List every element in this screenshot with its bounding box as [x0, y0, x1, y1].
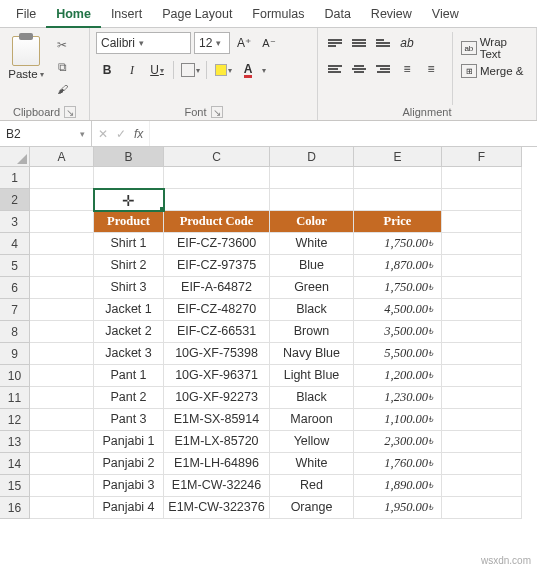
cell[interactable]	[442, 409, 522, 431]
row-13[interactable]: 13	[0, 431, 30, 453]
tab-insert[interactable]: Insert	[101, 0, 152, 28]
cell[interactable]	[354, 167, 442, 189]
align-left-button[interactable]	[324, 58, 346, 80]
wrap-text-button[interactable]: abWrap Text	[461, 36, 530, 60]
cell[interactable]: 1,750.00৳	[354, 233, 442, 255]
tab-home[interactable]: Home	[46, 0, 101, 28]
format-painter-button[interactable]	[52, 80, 72, 98]
cell[interactable]: Panjabi 2	[94, 453, 164, 475]
cell[interactable]	[442, 189, 522, 211]
font-name-combo[interactable]: Calibri▾	[96, 32, 191, 54]
bold-button[interactable]: B	[96, 59, 118, 81]
cell[interactable]: Panjabi 4	[94, 497, 164, 519]
dialog-launcher-icon[interactable]: ↘	[211, 106, 223, 118]
cell[interactable]: Black	[270, 387, 354, 409]
cell[interactable]	[270, 189, 354, 211]
cell[interactable]: Jacket 3	[94, 343, 164, 365]
cell[interactable]	[30, 277, 94, 299]
cell[interactable]	[30, 343, 94, 365]
col-E[interactable]: E	[354, 147, 442, 167]
row-8[interactable]: 8	[0, 321, 30, 343]
row-11[interactable]: 11	[0, 387, 30, 409]
cell[interactable]: E1M-SX-85914	[164, 409, 270, 431]
cell[interactable]: EIF-CZ-66531	[164, 321, 270, 343]
cell[interactable]	[30, 387, 94, 409]
cell[interactable]	[30, 431, 94, 453]
col-B[interactable]: B	[94, 147, 164, 167]
cell[interactable]: 1,230.00৳	[354, 387, 442, 409]
row-14[interactable]: 14	[0, 453, 30, 475]
row-6[interactable]: 6	[0, 277, 30, 299]
cell[interactable]: Product	[94, 211, 164, 233]
cell[interactable]: Price	[354, 211, 442, 233]
cell[interactable]: Yellow	[270, 431, 354, 453]
col-A[interactable]: A	[30, 147, 94, 167]
tab-file[interactable]: File	[6, 0, 46, 28]
cell[interactable]	[30, 453, 94, 475]
cell[interactable]	[30, 211, 94, 233]
cell[interactable]	[30, 255, 94, 277]
cell[interactable]: Blue	[270, 255, 354, 277]
align-center-button[interactable]	[348, 58, 370, 80]
cell[interactable]: Jacket 2	[94, 321, 164, 343]
cell[interactable]	[30, 189, 94, 211]
cell[interactable]: Jacket 1	[94, 299, 164, 321]
cell[interactable]	[442, 255, 522, 277]
cell[interactable]: Maroon	[270, 409, 354, 431]
select-all-button[interactable]	[0, 147, 30, 167]
cell[interactable]: Shirt 1	[94, 233, 164, 255]
increase-font-button[interactable]	[233, 32, 255, 54]
align-middle-button[interactable]	[348, 32, 370, 54]
cell[interactable]	[442, 365, 522, 387]
cell[interactable]	[442, 167, 522, 189]
increase-indent-button[interactable]: ≡	[420, 58, 442, 80]
borders-button[interactable]: ▾	[179, 59, 201, 81]
cell[interactable]	[442, 343, 522, 365]
col-C[interactable]: C	[164, 147, 270, 167]
cell[interactable]	[442, 211, 522, 233]
cell[interactable]	[164, 167, 270, 189]
cell[interactable]: Green	[270, 277, 354, 299]
row-15[interactable]: 15	[0, 475, 30, 497]
italic-button[interactable]: I	[121, 59, 143, 81]
cell[interactable]	[30, 475, 94, 497]
tab-data[interactable]: Data	[314, 0, 360, 28]
cell[interactable]: Red	[270, 475, 354, 497]
cell[interactable]: Color	[270, 211, 354, 233]
row-7[interactable]: 7	[0, 299, 30, 321]
cell[interactable]	[442, 277, 522, 299]
cell[interactable]: 1,870.00৳	[354, 255, 442, 277]
row-16[interactable]: 16	[0, 497, 30, 519]
cell[interactable]	[442, 475, 522, 497]
cell[interactable]: 1,200.00৳	[354, 365, 442, 387]
cell[interactable]: 2,300.00৳	[354, 431, 442, 453]
cell[interactable]	[442, 387, 522, 409]
cells[interactable]: ✛ProductProduct CodeColorPriceShirt 1EIF…	[30, 167, 522, 519]
font-size-combo[interactable]: 12▾	[194, 32, 230, 54]
cell[interactable]: 1,750.00৳	[354, 277, 442, 299]
orientation-button[interactable]: ab	[396, 32, 418, 54]
cell[interactable]: Product Code	[164, 211, 270, 233]
cell[interactable]: Orange	[270, 497, 354, 519]
col-D[interactable]: D	[270, 147, 354, 167]
cell[interactable]: 1,760.00৳	[354, 453, 442, 475]
cell[interactable]: 10G-XF-96371	[164, 365, 270, 387]
cell[interactable]	[442, 299, 522, 321]
row-9[interactable]: 9	[0, 343, 30, 365]
cell[interactable]	[442, 453, 522, 475]
tab-view[interactable]: View	[422, 0, 469, 28]
tab-review[interactable]: Review	[361, 0, 422, 28]
cell[interactable]: 3,500.00৳	[354, 321, 442, 343]
cell[interactable]: 1,950.00৳	[354, 497, 442, 519]
cell[interactable]	[442, 431, 522, 453]
cell[interactable]: 1,100.00৳	[354, 409, 442, 431]
cell[interactable]	[30, 409, 94, 431]
cell[interactable]: White	[270, 233, 354, 255]
row-5[interactable]: 5	[0, 255, 30, 277]
tab-formulas[interactable]: Formulas	[242, 0, 314, 28]
cell[interactable]: Black	[270, 299, 354, 321]
cell[interactable]: EIF-CZ-73600	[164, 233, 270, 255]
underline-button[interactable]: U▾	[146, 59, 168, 81]
cell[interactable]: Pant 1	[94, 365, 164, 387]
decrease-indent-button[interactable]: ≡	[396, 58, 418, 80]
